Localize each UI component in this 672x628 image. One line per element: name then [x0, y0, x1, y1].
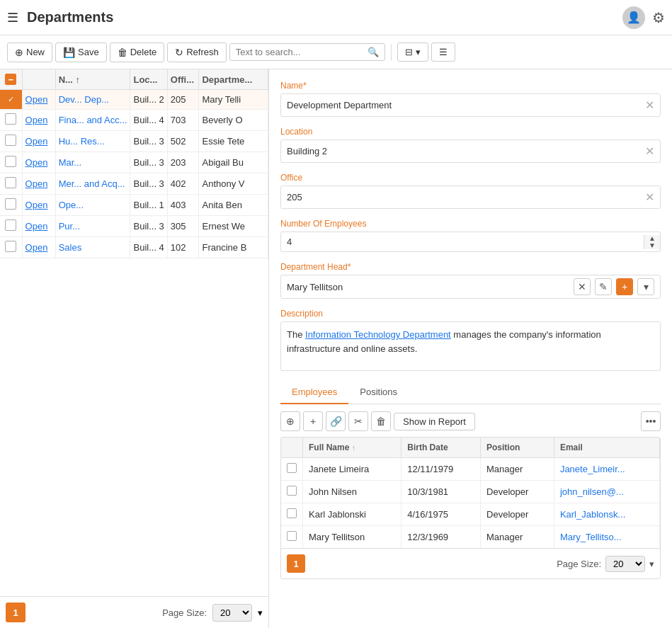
- inner-page-number[interactable]: 1: [287, 554, 305, 573]
- hamburger-icon[interactable]: ☰: [7, 10, 18, 25]
- open-link[interactable]: Open: [25, 115, 48, 125]
- dept-head-dropdown-button[interactable]: ▾: [637, 278, 654, 295]
- delete-button[interactable]: 🗑 Delete: [110, 42, 165, 62]
- inner-col-birthdate[interactable]: Birth Date: [402, 438, 481, 458]
- employee-row[interactable]: John Nilsen10/3/1981Developerjohn_nilsen…: [281, 481, 660, 503]
- gear-icon[interactable]: ⚙: [652, 9, 665, 26]
- dept-name-cell[interactable]: Sales: [55, 236, 130, 258]
- dept-head-value: Mary Tellitson: [287, 282, 569, 292]
- open-link[interactable]: Open: [25, 94, 48, 105]
- employee-email-link[interactable]: Mary_Tellitso...: [560, 532, 622, 542]
- show-report-button[interactable]: Show in Report: [394, 413, 475, 430]
- desc-link-it[interactable]: Information Technology Department: [305, 329, 451, 340]
- table-row[interactable]: OpenSalesBuil... 4102Francine B: [0, 236, 268, 258]
- dept-name-cell[interactable]: Mar...: [55, 152, 130, 173]
- row-checkbox[interactable]: [5, 156, 16, 167]
- inner-page-size-dropdown-icon[interactable]: ▾: [649, 559, 654, 569]
- employee-row[interactable]: Karl Jablonski4/16/1975DeveloperKarl_Jab…: [281, 503, 660, 526]
- col-header-name[interactable]: N... ↑: [55, 69, 130, 90]
- open-link[interactable]: Open: [25, 157, 48, 168]
- spin-up-button[interactable]: ▲: [644, 235, 660, 242]
- inner-page-size-select[interactable]: 20 50 100: [605, 556, 645, 572]
- view-button[interactable]: ⊟ ▾: [397, 42, 428, 62]
- inner-col-fullname[interactable]: Full Name ↑: [303, 438, 402, 458]
- dept-head-add-button[interactable]: +: [616, 278, 633, 295]
- refresh-button[interactable]: ↻ Refresh: [167, 42, 227, 62]
- employee-checkbox[interactable]: [287, 463, 297, 473]
- row-checkbox[interactable]: [5, 135, 16, 146]
- location-input[interactable]: [287, 146, 645, 156]
- employees-add2-button[interactable]: +: [303, 411, 323, 431]
- employee-position-cell: Developer: [481, 503, 554, 526]
- dept-head-clear-button[interactable]: ✕: [574, 278, 591, 295]
- name-clear-icon[interactable]: ✕: [645, 98, 654, 112]
- search-input[interactable]: [236, 47, 368, 57]
- inner-col-position[interactable]: Position: [481, 438, 554, 458]
- employees-edit-button[interactable]: ✂: [348, 411, 368, 431]
- page-size-dropdown-icon[interactable]: ▾: [258, 607, 263, 618]
- row-checkbox[interactable]: [5, 198, 16, 210]
- name-input[interactable]: [287, 100, 645, 110]
- page-size-select[interactable]: 20 50 100: [212, 604, 252, 622]
- search-icon[interactable]: 🔍: [368, 47, 379, 57]
- employees-add-button[interactable]: ⊕: [280, 411, 300, 431]
- col-header-office[interactable]: Offi...: [167, 69, 199, 90]
- save-button[interactable]: 💾 Save: [55, 42, 107, 62]
- tab-employees[interactable]: Employees: [280, 381, 348, 404]
- dept-name-cell[interactable]: Hu... Res...: [55, 130, 130, 152]
- employee-checkbox[interactable]: [287, 486, 297, 496]
- table-row[interactable]: OpenMer... and Acq...Buil... 3402Anthony…: [0, 173, 268, 194]
- name-input-wrapper: ✕: [280, 93, 661, 117]
- num-employees-input[interactable]: [281, 232, 644, 251]
- new-button[interactable]: ⊕ New: [7, 42, 52, 62]
- table-row[interactable]: OpenOpe...Buil... 1403Anita Ben: [0, 194, 268, 215]
- dept-name-cell[interactable]: Pur...: [55, 215, 130, 236]
- tab-positions[interactable]: Positions: [348, 381, 409, 404]
- dept-name-cell[interactable]: Mer... and Acq...: [55, 173, 130, 194]
- num-employees-input-wrapper: ▲ ▼: [280, 232, 661, 252]
- right-panel: Name* ✕ Location ✕ Office ✕ Number Of Em…: [269, 69, 672, 628]
- table-row[interactable]: OpenHu... Res...Buil... 3502Essie Tete: [0, 130, 268, 152]
- employee-row[interactable]: Mary Tellitson12/3/1969ManagerMary_Telli…: [281, 526, 660, 549]
- dept-name-cell[interactable]: Ope...: [55, 194, 130, 215]
- col-header-location[interactable]: Loc...: [130, 69, 167, 90]
- office-clear-icon[interactable]: ✕: [645, 190, 654, 204]
- row-checkbox[interactable]: [5, 177, 16, 188]
- columns-button[interactable]: ☰: [431, 42, 455, 62]
- open-link[interactable]: Open: [25, 242, 48, 253]
- open-link[interactable]: Open: [25, 200, 48, 210]
- row-checkbox[interactable]: [5, 219, 16, 231]
- employee-checkbox[interactable]: [287, 531, 297, 541]
- open-link[interactable]: Open: [25, 178, 48, 189]
- table-row[interactable]: OpenFina... and Acc...Buil... 4703Beverl…: [0, 109, 268, 130]
- open-link[interactable]: Open: [25, 221, 48, 232]
- employee-checkbox[interactable]: [287, 508, 297, 518]
- col-header-dept[interactable]: Departme...: [199, 69, 268, 90]
- open-link[interactable]: Open: [25, 136, 48, 147]
- inner-col-email[interactable]: Email: [554, 438, 659, 458]
- select-all-checkbox[interactable]: −: [5, 74, 16, 85]
- row-checkbox[interactable]: [5, 241, 16, 252]
- location-clear-icon[interactable]: ✕: [645, 144, 654, 158]
- employees-link-button[interactable]: 🔗: [326, 411, 346, 431]
- delete-icon: 🗑: [118, 47, 127, 58]
- table-row[interactable]: OpenMar...Buil... 3203Abigail Bu: [0, 152, 268, 173]
- page-number[interactable]: 1: [6, 603, 25, 622]
- table-row[interactable]: ✓OpenDev... Dep...Buil... 2205Mary Telli: [0, 90, 268, 110]
- employee-row[interactable]: Janete Limeira12/11/1979ManagerJanete_Li…: [281, 458, 660, 481]
- employees-delete-button[interactable]: 🗑: [371, 411, 391, 431]
- dept-head-edit-button[interactable]: ✎: [595, 278, 612, 295]
- employee-email-link[interactable]: john_nilsen@...: [560, 486, 624, 497]
- employee-email-link[interactable]: Janete_Limeir...: [560, 464, 625, 474]
- dept-name-cell[interactable]: Fina... and Acc...: [55, 109, 130, 130]
- employee-email-link[interactable]: Karl_Jablonsk...: [560, 509, 626, 520]
- search-box: 🔍: [229, 43, 385, 61]
- table-row[interactable]: OpenPur...Buil... 3305Ernest We: [0, 215, 268, 236]
- row-checkbox[interactable]: ✓: [5, 94, 16, 105]
- select-all-header[interactable]: −: [0, 69, 22, 90]
- office-input[interactable]: [287, 192, 645, 202]
- spin-down-button[interactable]: ▼: [644, 242, 660, 249]
- employees-more-button[interactable]: •••: [641, 411, 661, 431]
- dept-name-cell[interactable]: Dev... Dep...: [55, 90, 130, 110]
- row-checkbox[interactable]: [5, 113, 16, 125]
